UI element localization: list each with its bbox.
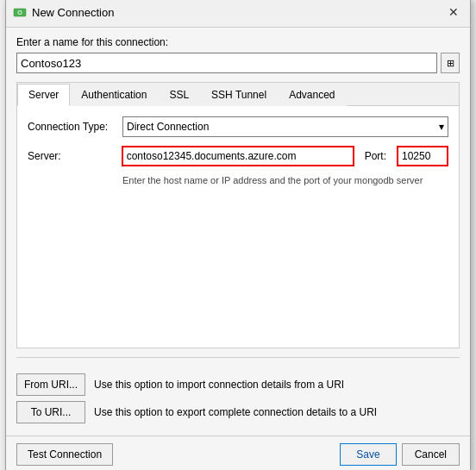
connection-name-label: Enter a name for this connection: [16,36,460,48]
title-bar-left: New Connection [13,5,114,19]
from-uri-row: From URI... Use this option to import co… [16,373,460,396]
divider [16,357,460,358]
from-uri-button[interactable]: From URI... [16,373,85,396]
to-uri-description: Use this option to export complete conne… [94,406,377,418]
server-input[interactable] [122,146,354,166]
new-connection-dialog: New Connection ✕ Enter a name for this c… [5,0,471,470]
save-button[interactable]: Save [340,443,396,466]
port-label: Port: [365,150,386,162]
tabs-container: Server Authentication SSL SSH Tunnel Adv… [16,82,460,348]
tab-advanced[interactable]: Advanced [278,84,346,106]
dialog-icon [13,5,27,19]
close-button[interactable]: ✕ [444,3,463,22]
server-label: Server: [28,150,122,162]
server-field-row: Server: Port: [28,146,448,166]
connection-type-label: Connection Type: [28,121,122,133]
server-hint: Enter the host name or IP address and th… [122,175,448,185]
to-uri-row: To URI... Use this option to export comp… [16,401,460,423]
server-tab-content: Connection Type: Direct Connection Repli… [17,106,459,348]
connection-type-select[interactable]: Direct Connection Replica Set Sharded Cl… [122,116,448,137]
dialog-footer: Test Connection Save Cancel [6,436,470,470]
to-uri-button[interactable]: To URI... [16,401,85,423]
footer-right-buttons: Save Cancel [340,443,460,466]
tab-authentication[interactable]: Authentication [70,84,158,106]
dialog-body: Enter a name for this connection: ⊞ Serv… [6,28,470,436]
port-input[interactable] [397,146,448,166]
grid-button[interactable]: ⊞ [441,53,460,73]
connection-type-row: Connection Type: Direct Connection Repli… [28,116,448,137]
cancel-button[interactable]: Cancel [402,443,460,466]
server-control-group: Port: [122,146,448,166]
test-connection-button[interactable]: Test Connection [16,443,113,466]
tabs-row: Server Authentication SSL SSH Tunnel Adv… [17,83,459,106]
dialog-title: New Connection [32,6,114,19]
connection-type-select-wrapper: Direct Connection Replica Set Sharded Cl… [122,116,448,137]
from-uri-description: Use this option to import connection det… [94,379,344,391]
connection-name-input[interactable] [16,53,437,73]
svg-point-2 [19,11,22,14]
tab-server[interactable]: Server [17,84,70,106]
title-bar: New Connection ✕ [6,0,470,28]
tab-ssh-tunnel[interactable]: SSH Tunnel [200,84,278,106]
uri-buttons-section: From URI... Use this option to import co… [16,367,460,427]
tab-ssl[interactable]: SSL [158,84,200,106]
connection-name-row: ⊞ [16,53,460,73]
